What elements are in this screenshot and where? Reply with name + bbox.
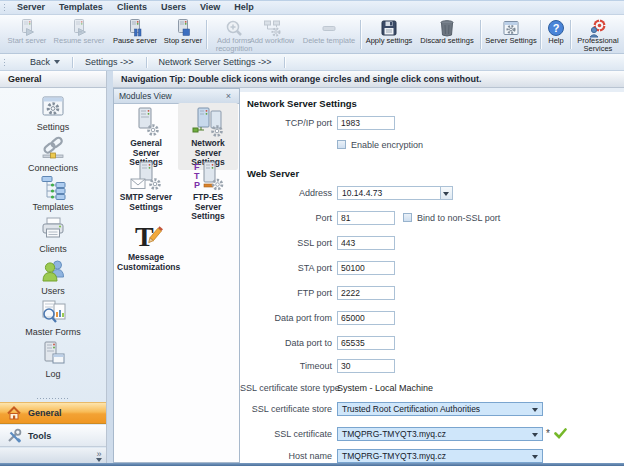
svg-text:?: ?: [553, 21, 560, 33]
tcp-port-input[interactable]: [337, 116, 395, 130]
sidebar-overflow-button[interactable]: »: [96, 450, 102, 462]
menu-users[interactable]: Users: [154, 1, 193, 14]
cert-store-type-value: System - Local Machine: [337, 383, 433, 393]
host-name-value: TMQPRG-TMYQT3.myq.cz: [342, 451, 446, 461]
toolbar-separator: [540, 20, 541, 49]
ssl-port-input[interactable]: [337, 236, 395, 250]
web-server-heading: Web Server: [247, 168, 299, 179]
ssl-certificate-row: SSL certificate TMQPRG-TMYQT3.myq.cz *: [240, 426, 567, 441]
professional-services-button[interactable]: Professional Services: [574, 16, 622, 52]
sidebar-item-master-forms[interactable]: Master Forms: [0, 298, 106, 337]
modules-view-panel: Modules View × General Server Settings: [113, 88, 240, 463]
professional-services-icon: [588, 18, 608, 37]
resume-server-icon: [69, 18, 89, 37]
data-port-to-row: Data port to: [240, 335, 395, 350]
tcp-port-label: TCP/IP port: [240, 118, 337, 128]
toolbar-grip[interactable]: [3, 3, 6, 12]
master-forms-documents-icon: [0, 298, 106, 326]
port-input[interactable]: [337, 211, 395, 225]
host-name-combobox[interactable]: TMQPRG-TMYQT3.myq.cz: [337, 449, 543, 463]
add-forms-recognition-icon: [224, 18, 244, 37]
toolbar-separator: [480, 20, 481, 49]
sta-port-input[interactable]: [337, 261, 395, 275]
menu-server[interactable]: Server: [10, 1, 52, 14]
sidebar-connections-label: Connections: [0, 163, 106, 173]
data-port-from-label: Data port from: [240, 313, 337, 323]
enable-encryption-checkbox[interactable]: [337, 140, 346, 149]
module-message-customizations[interactable]: T Message Customizations: [116, 217, 176, 274]
sta-port-row: STA port: [240, 260, 395, 275]
apply-settings-button[interactable]: Apply settings: [364, 16, 414, 52]
host-name-dropdown-arrow-icon: [532, 455, 538, 459]
stop-server-button[interactable]: Stop server: [162, 16, 204, 52]
sidebar: Settings Connections: [0, 88, 107, 463]
settings-window-gear-icon: [0, 93, 106, 121]
discard-settings-button[interactable]: Discard settings: [418, 16, 476, 52]
enable-encryption-label: Enable encryption: [351, 140, 423, 150]
data-port-from-input[interactable]: [337, 311, 395, 325]
delete-template-icon: [319, 18, 339, 37]
delete-template-button[interactable]: Delete template: [300, 16, 358, 52]
cert-store-combobox[interactable]: Trusted Root Certification Authorities: [337, 402, 543, 416]
sidebar-item-log[interactable]: Log: [0, 340, 106, 379]
modules-view-header: Modules View ×: [114, 89, 239, 104]
cert-store-label: SSL certificate store: [240, 404, 337, 414]
ssl-certificate-combobox[interactable]: TMQPRG-TMYQT3.myq.cz: [337, 427, 543, 441]
cert-store-type-row: SSL certificate store type System - Loca…: [240, 380, 433, 395]
toolbar-separator: [206, 20, 207, 49]
ssl-certificate-required-mark: *: [546, 428, 550, 439]
menu-clients[interactable]: Clients: [110, 1, 154, 14]
sidebar-splitter[interactable]: [0, 396, 106, 401]
port-label: Port: [240, 213, 337, 223]
module-ftp-es-server-settings[interactable]: F T P FTP-ES Server Settings: [178, 157, 238, 224]
toolbar-separator: [570, 20, 571, 49]
ftp-port-input[interactable]: [337, 286, 395, 300]
bind-non-ssl-checkbox[interactable]: [403, 213, 412, 222]
sidebar-clients-label: Clients: [0, 244, 106, 254]
help-label: Help: [548, 37, 563, 45]
breadcrumb-network-server-settings[interactable]: Network Server Settings ->>: [147, 57, 284, 67]
general-server-settings-icon: [117, 105, 175, 137]
breadcrumb-settings[interactable]: Settings ->>: [73, 57, 146, 67]
server-settings-button[interactable]: Server Settings: [484, 16, 538, 52]
module-message-customizations-label: Message Customizations: [117, 252, 180, 272]
address-value: 10.14.4.73: [342, 188, 382, 198]
resume-server-button[interactable]: Resume server: [52, 16, 106, 52]
sidebar-group-general[interactable]: General: [0, 402, 106, 424]
back-button[interactable]: Back: [18, 57, 72, 67]
start-server-button[interactable]: Start server: [4, 16, 50, 52]
sidebar-item-connections[interactable]: Connections: [0, 134, 106, 173]
sidebar-header: General: [0, 71, 107, 88]
data-port-to-label: Data port to: [240, 338, 337, 348]
sidebar-group-tools[interactable]: Tools: [0, 425, 106, 447]
help-icon: ?: [546, 18, 566, 37]
pause-server-button[interactable]: Pause server: [110, 16, 160, 52]
users-people-icon: [0, 257, 106, 285]
back-label: Back: [30, 57, 50, 67]
sidebar-item-clients[interactable]: Clients: [0, 215, 106, 254]
back-caret-icon: [54, 60, 60, 64]
data-port-to-input[interactable]: [337, 336, 395, 350]
discard-settings-label: Discard settings: [420, 37, 473, 45]
timeout-input[interactable]: [337, 359, 395, 373]
address-combobox[interactable]: 10.14.4.73: [337, 186, 453, 200]
general-house-icon: [6, 405, 22, 421]
menu-templates[interactable]: Templates: [52, 1, 110, 14]
ftp-port-label: FTP port: [240, 288, 337, 298]
smtp-server-settings-icon: [117, 159, 175, 191]
breadcrumb-separator: [284, 57, 285, 68]
menu-view[interactable]: View: [193, 1, 227, 14]
breadcrumb-network-label: Network Server Settings ->>: [159, 57, 272, 67]
sidebar-item-settings[interactable]: Settings: [0, 93, 106, 132]
breadcrumb-grip[interactable]: [3, 58, 6, 67]
sidebar-item-templates[interactable]: Templates: [0, 173, 106, 212]
help-button[interactable]: ? Help: [544, 16, 568, 52]
module-ftp-es-server-settings-label: FTP-ES Server Settings: [191, 192, 225, 221]
sidebar-item-users[interactable]: Users: [0, 257, 106, 296]
module-smtp-server-settings[interactable]: SMTP Server Settings: [116, 157, 176, 214]
ftp-port-row: FTP port: [240, 285, 395, 300]
modules-close-icon[interactable]: ×: [223, 91, 234, 102]
menu-help[interactable]: Help: [227, 1, 261, 14]
timeout-label: Timeout: [240, 361, 337, 371]
add-workflow-button[interactable]: Add workflow: [246, 16, 298, 52]
